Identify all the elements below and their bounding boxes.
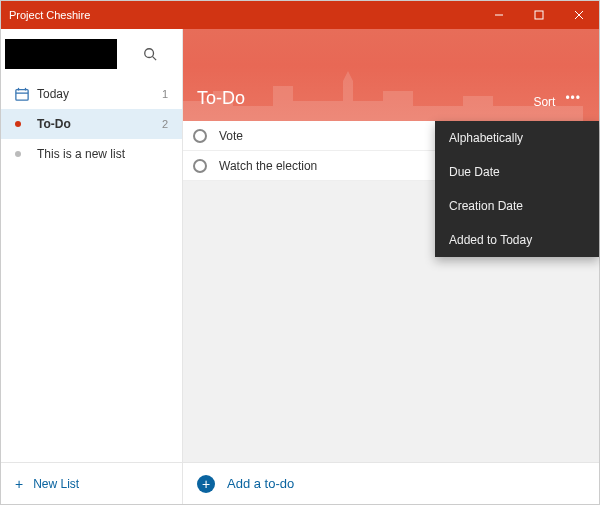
add-todo-placeholder: Add a to-do	[227, 476, 294, 491]
window-title: Project Cheshire	[9, 9, 479, 21]
svg-line-5	[152, 57, 156, 61]
main-panel: To-Do Sort ••• Vote Watch the election +…	[183, 29, 599, 504]
sidebar-lists: Today 1 To-Do 2 This is a new list	[1, 79, 182, 462]
task-title: Watch the election	[219, 159, 317, 173]
sidebar-item-label: Today	[37, 87, 162, 101]
new-list-label: New List	[33, 477, 79, 491]
sort-button[interactable]: Sort	[533, 95, 555, 109]
sidebar-item-todo[interactable]: To-Do 2	[1, 109, 182, 139]
today-icon	[15, 87, 37, 101]
list-color-icon	[15, 121, 37, 127]
svg-point-4	[144, 49, 153, 58]
sort-option-alphabetically[interactable]: Alphabetically	[435, 121, 599, 155]
sidebar-item-count: 1	[162, 88, 168, 100]
plus-circle-icon: +	[197, 475, 215, 493]
more-button[interactable]: •••	[561, 87, 585, 109]
app-window: Project Cheshire Today	[0, 0, 600, 505]
sort-menu: Alphabetically Due Date Creation Date Ad…	[435, 121, 599, 257]
profile-block[interactable]	[5, 39, 117, 69]
list-color-icon	[15, 151, 37, 157]
close-button[interactable]	[559, 1, 599, 29]
add-todo-input[interactable]: + Add a to-do	[183, 462, 599, 504]
search-button[interactable]	[117, 47, 182, 61]
svg-rect-1	[535, 11, 543, 19]
sidebar-item-custom[interactable]: This is a new list	[1, 139, 182, 169]
sidebar-item-label: This is a new list	[37, 147, 168, 161]
new-list-button[interactable]: + New List	[1, 462, 182, 504]
search-icon	[143, 47, 157, 61]
maximize-button[interactable]	[519, 1, 559, 29]
sort-option-creation-date[interactable]: Creation Date	[435, 189, 599, 223]
sidebar: Today 1 To-Do 2 This is a new list	[1, 29, 183, 504]
svg-rect-6	[16, 90, 28, 101]
sidebar-item-label: To-Do	[37, 117, 162, 131]
sort-option-added-today[interactable]: Added to Today	[435, 223, 599, 257]
list-title: To-Do	[197, 88, 533, 109]
sidebar-item-count: 2	[162, 118, 168, 130]
task-title: Vote	[219, 129, 243, 143]
sidebar-item-today[interactable]: Today 1	[1, 79, 182, 109]
task-checkbox[interactable]	[193, 159, 207, 173]
plus-icon: +	[15, 476, 23, 492]
list-header: To-Do Sort •••	[183, 29, 599, 121]
sort-option-due-date[interactable]: Due Date	[435, 155, 599, 189]
sidebar-top	[1, 29, 182, 79]
task-checkbox[interactable]	[193, 129, 207, 143]
titlebar: Project Cheshire	[1, 1, 599, 29]
app-body: Today 1 To-Do 2 This is a new list	[1, 29, 599, 504]
minimize-button[interactable]	[479, 1, 519, 29]
